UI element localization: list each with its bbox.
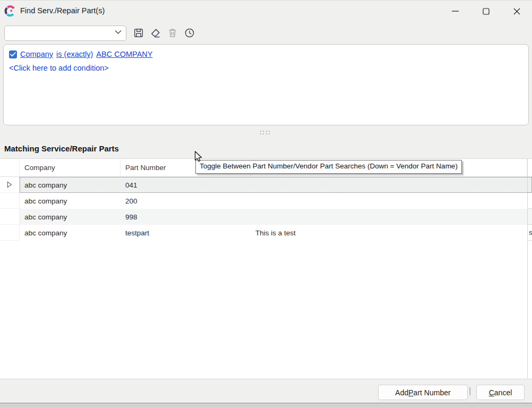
window-bottom-edge	[0, 403, 532, 407]
cell-company: abc company	[20, 177, 121, 193]
eraser-icon	[149, 27, 162, 39]
window-controls	[440, 1, 532, 22]
splitter-handle[interactable]	[259, 130, 271, 135]
cell-overflow	[527, 209, 532, 225]
column-divider	[527, 241, 528, 378]
row-selector-cell[interactable]	[0, 225, 20, 241]
results-table: Company Part Number abc company 041	[0, 158, 532, 378]
table-row[interactable]: abc company 200	[0, 193, 532, 209]
header-overflow	[527, 159, 532, 176]
footer: Add Part Number | Cancel	[0, 379, 532, 403]
row-selector-cell[interactable]	[0, 209, 20, 225]
maximize-button[interactable]	[470, 1, 501, 22]
cell-part-number: testpart	[121, 225, 251, 241]
conditions-panel: Company is (exactly) ABC COMPANY <Click …	[3, 44, 529, 125]
table-row[interactable]: abc company 041	[0, 177, 532, 193]
condition-value-link[interactable]: ABC COMPANY	[96, 50, 152, 58]
close-icon	[513, 8, 520, 15]
save-icon	[132, 27, 145, 39]
button-separator: |	[469, 386, 471, 396]
window-title: Find Serv./Repair Part(s)	[20, 6, 105, 15]
app-logo-icon	[4, 5, 16, 17]
current-row-arrow-icon	[7, 181, 12, 188]
cell-overflow: s	[527, 225, 532, 241]
checkmark-icon	[10, 52, 16, 57]
add-part-number-button[interactable]: Add Part Number	[378, 385, 468, 400]
saved-search-input[interactable]	[4, 26, 126, 41]
cell-description	[251, 177, 527, 193]
condition-field-link[interactable]: Company	[20, 50, 53, 58]
tooltip: Toggle Between Part Number/Vendor Part S…	[195, 160, 462, 174]
header-selector	[0, 159, 20, 176]
save-search-button[interactable]	[132, 26, 145, 40]
header-company[interactable]: Company	[20, 159, 121, 176]
saved-search-combobox[interactable]	[4, 26, 126, 41]
results-title: Matching Service/Repair Parts	[4, 144, 119, 153]
condition-checkbox[interactable]	[9, 50, 17, 58]
table-row[interactable]: abc company 998	[0, 209, 532, 225]
maximize-icon	[483, 8, 490, 15]
titlebar: Find Serv./Repair Part(s)	[0, 1, 532, 22]
find-parts-dialog: Find Serv./Repair Part(s)	[0, 0, 532, 407]
cell-part-number: 041	[121, 177, 251, 193]
cell-overflow	[527, 193, 532, 209]
add-condition-link[interactable]: <Click here to add condition>	[9, 64, 109, 72]
search-toolbar	[4, 24, 196, 41]
cell-overflow	[527, 177, 532, 193]
table-empty-area	[0, 241, 532, 378]
row-selector-cell[interactable]	[0, 177, 20, 193]
minimize-button[interactable]	[440, 1, 470, 22]
results-header: Matching Service/Repair Parts	[0, 137, 532, 158]
trash-icon	[166, 27, 179, 39]
cell-description	[251, 193, 527, 209]
close-button[interactable]	[501, 1, 532, 22]
condition-row: Company is (exactly) ABC COMPANY	[9, 49, 523, 60]
cell-part-number: 998	[121, 209, 251, 225]
search-history-button[interactable]	[183, 26, 196, 40]
cancel-button[interactable]: Cancel	[476, 385, 525, 400]
delete-search-button[interactable]	[166, 26, 179, 40]
cell-description	[251, 209, 527, 225]
clear-search-button[interactable]	[149, 26, 162, 40]
minimize-icon	[452, 11, 459, 12]
condition-operator-link[interactable]: is (exactly)	[56, 50, 93, 58]
cell-description: This is a test	[251, 225, 527, 241]
cell-company: abc company	[20, 225, 121, 241]
row-selector-cell[interactable]	[0, 193, 20, 209]
cell-part-number: 200	[121, 193, 251, 209]
table-row[interactable]: abc company testpart This is a test s	[0, 225, 532, 241]
cell-company: abc company	[20, 209, 121, 225]
clock-icon	[183, 27, 196, 39]
cell-company: abc company	[20, 193, 121, 209]
